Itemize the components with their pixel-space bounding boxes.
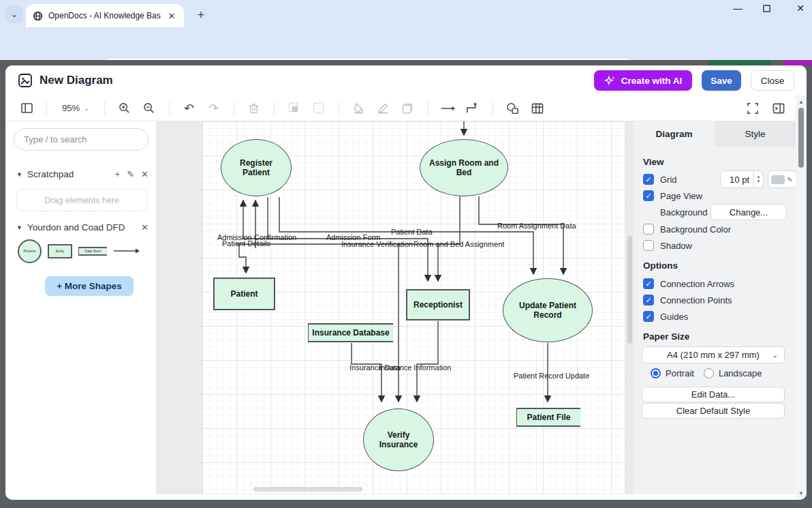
- grid-size-stepper[interactable]: ▲▼: [754, 170, 764, 188]
- page-view-row: ✓ Page View: [643, 190, 702, 201]
- guides-label: Guides: [660, 312, 688, 322]
- node-datastore[interactable]: Patient File: [516, 408, 580, 427]
- view-heading: View: [643, 157, 664, 167]
- scratchpad-edit-icon[interactable]: ✎: [127, 169, 134, 179]
- fullscreen-icon[interactable]: [745, 101, 760, 116]
- tab-strip: ⌄ OpenDocs - AI Knowledge Base ✕ + — ✕: [0, 0, 812, 27]
- shapes-icon[interactable]: [505, 101, 520, 116]
- elbow-connector-icon[interactable]: [465, 101, 480, 116]
- palette-arrow-shape[interactable]: [113, 248, 140, 254]
- app-vertical-scrollbar[interactable]: ▲ ▼: [796, 95, 807, 500]
- landscape-label: Landscape: [719, 368, 762, 378]
- node-process[interactable]: Register Patient: [221, 139, 292, 196]
- palette-close-icon[interactable]: ✕: [141, 222, 149, 233]
- node-datastore[interactable]: Insurance Database: [308, 323, 393, 342]
- edit-data-button[interactable]: Edit Data...: [642, 387, 785, 402]
- tab-search-button[interactable]: ⌄: [5, 5, 23, 23]
- page-view-checkbox[interactable]: ✓: [643, 190, 654, 201]
- node-process[interactable]: Assign Room and Bed: [420, 139, 508, 196]
- create-with-ai-button[interactable]: Create with AI: [594, 70, 692, 91]
- edge-label: Patient Data: [391, 228, 433, 236]
- node-entity[interactable]: Patient: [213, 278, 275, 310]
- orientation-row: Portrait Landscape: [651, 368, 762, 378]
- copy-style-icon[interactable]: [401, 101, 416, 116]
- palette-entity-shape[interactable]: Entity: [48, 244, 72, 258]
- diagram-canvas[interactable]: Register Patient Assign Room and Bed Upd…: [157, 121, 634, 494]
- palette-process-shape[interactable]: Process: [18, 239, 42, 263]
- duplicate-icon[interactable]: [287, 101, 302, 116]
- window-maximize-button[interactable]: [763, 5, 775, 12]
- scroll-down-icon[interactable]: ▼: [796, 490, 807, 496]
- select-region-icon[interactable]: [311, 101, 326, 116]
- landscape-radio[interactable]: [704, 368, 714, 378]
- create-with-ai-label: Create with AI: [621, 76, 683, 86]
- collapse-icon[interactable]: ▼: [16, 171, 22, 178]
- close-button[interactable]: Close: [751, 70, 794, 91]
- node-process[interactable]: Update Patient Record: [503, 278, 593, 342]
- scroll-up-icon[interactable]: ▲: [796, 99, 807, 105]
- save-button[interactable]: Save: [702, 70, 741, 91]
- redo-icon[interactable]: ↷: [206, 101, 221, 116]
- scrollbar-thumb[interactable]: [798, 108, 804, 168]
- grid-checkbox[interactable]: ✓: [643, 174, 654, 185]
- collapse-icon[interactable]: ▼: [16, 224, 22, 231]
- new-tab-button[interactable]: +: [192, 6, 210, 24]
- zoom-out-icon[interactable]: [142, 101, 157, 116]
- zoom-level-dropdown[interactable]: 95% ⌄: [59, 103, 92, 113]
- tab-style[interactable]: Style: [715, 121, 796, 147]
- delete-icon[interactable]: [247, 101, 262, 116]
- page-view-label: Page View: [660, 191, 702, 201]
- canvas-vertical-scrollbar[interactable]: [627, 236, 632, 344]
- node-entity[interactable]: Receptionist: [406, 289, 470, 320]
- scratchpad-close-icon[interactable]: ✕: [141, 169, 149, 179]
- search-input[interactable]: [24, 134, 138, 145]
- edge-label: Insurance Verification: [341, 240, 413, 248]
- scratchpad-dropzone[interactable]: Drag elements here: [16, 189, 147, 211]
- shadow-row: Shadow: [643, 240, 692, 251]
- scratchpad-add-icon[interactable]: +: [115, 169, 121, 179]
- background-label: Background: [660, 207, 707, 218]
- line-color-icon[interactable]: [376, 101, 391, 116]
- more-shapes-button[interactable]: + More Shapes: [45, 276, 134, 296]
- grid-size-input[interactable]: [720, 170, 754, 188]
- shape-search[interactable]: [14, 128, 149, 151]
- edge-label: Room and Bed Assignment: [413, 240, 504, 248]
- tab-close-icon[interactable]: ✕: [166, 10, 177, 21]
- paper-size-select[interactable]: A4 (210 mm x 297 mm) ⌄: [642, 346, 785, 363]
- window-close-button[interactable]: ✕: [794, 3, 807, 14]
- background-color-checkbox[interactable]: [643, 224, 654, 235]
- shadow-checkbox[interactable]: [643, 240, 654, 251]
- edge-label: Patient Details: [222, 239, 270, 248]
- scratchpad-section-header[interactable]: ▼ Scratchpad + ✎ ✕: [16, 169, 149, 179]
- background-fragment: [708, 60, 771, 65]
- browser-tab[interactable]: OpenDocs - AI Knowledge Base ✕: [26, 4, 184, 27]
- guides-checkbox[interactable]: ✓: [643, 311, 654, 322]
- shadow-label: Shadow: [660, 241, 692, 251]
- palette-datastore-shape[interactable]: Data Store: [78, 247, 107, 256]
- zoom-in-icon[interactable]: [117, 101, 132, 116]
- connection-points-checkbox[interactable]: ✓: [643, 295, 654, 305]
- paper-size-heading: Paper Size: [643, 331, 689, 342]
- toggle-right-panel-icon[interactable]: [771, 101, 786, 116]
- grid-color-button[interactable]: ✎: [768, 170, 796, 188]
- fill-color-icon[interactable]: [352, 101, 366, 116]
- tab-diagram[interactable]: Diagram: [634, 121, 715, 147]
- window-minimize-button[interactable]: —: [732, 3, 744, 14]
- scratchpad-title: Scratchpad: [27, 169, 74, 179]
- editor-toolbar: 95% ⌄ ↶ ↷: [5, 95, 796, 121]
- table-icon[interactable]: [530, 101, 545, 116]
- toggle-sidebar-icon[interactable]: [19, 101, 34, 116]
- grid-label: Grid: [660, 175, 677, 185]
- straight-connector-icon[interactable]: [441, 101, 456, 116]
- clear-default-style-button[interactable]: Clear Default Style: [642, 403, 785, 419]
- portrait-radio[interactable]: [651, 368, 661, 378]
- node-process[interactable]: Verify Insurance: [363, 408, 434, 471]
- palette-section-header[interactable]: ▼ Yourdon and Coad DFD ✕: [16, 222, 149, 233]
- zoom-level-value: 95%: [62, 103, 80, 113]
- undo-icon[interactable]: ↶: [182, 101, 197, 116]
- edge-label: Room Assignment Data: [497, 222, 576, 230]
- background-change-button[interactable]: Change...: [710, 204, 787, 220]
- connection-points-label: Connection Points: [660, 295, 732, 305]
- canvas-horizontal-scrollbar[interactable]: [253, 487, 362, 492]
- connection-arrows-checkbox[interactable]: ✓: [643, 278, 654, 289]
